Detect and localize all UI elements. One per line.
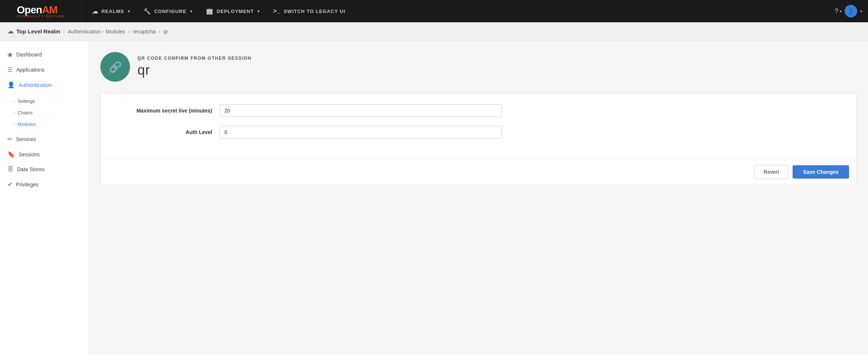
nav-realms-label: REALMS [101,9,124,14]
chevron-down-icon: ▾ [840,9,842,13]
chevron-down-icon: ▾ [258,9,260,13]
chevron-right-icon: › [13,111,14,115]
breadcrumb-qr: qr [163,29,168,35]
logo-sub: COMMUNITY EDITION [17,14,64,18]
main-layout: ◉ Dashboard ☰ Applications 👤 Authenticat… [0,41,868,355]
breadcrumb-auth-modules[interactable]: Authentication - Modules [68,29,125,35]
deployment-icon: 🏢 [206,8,214,15]
sidebar-dashboard-label: Dashboard [16,52,42,58]
logo-am: AM [42,4,58,16]
auth-level-input[interactable] [220,126,502,139]
cloud-icon: ☁ [7,28,13,35]
module-icon: 🔗 [100,52,130,82]
sidebar-item-authentication[interactable]: 👤 Authentication [0,77,89,92]
sidebar: ◉ Dashboard ☰ Applications 👤 Authenticat… [0,41,89,355]
cloud-icon: ☁ [92,8,98,15]
chevron-right-icon: › [13,99,14,103]
nav-realms[interactable]: ☁ REALMS ▾ [85,0,137,22]
revert-button[interactable]: Revert [754,165,788,179]
sidebar-privileges-label: Privileges [16,182,39,188]
chevron-down-icon: ▾ [128,9,130,13]
sidebar-item-datastores[interactable]: 🗄 Data Stores [0,162,89,177]
sidebar-chains-label: Chains [17,110,32,115]
main-content: 🔗 QR CODE CONFIRM FROM OTHER SESSION qr … [89,41,868,355]
logo-open: Open [17,4,42,16]
sidebar-datastores-label: Data Stores [17,166,45,172]
realm-name: Top Level Realm [16,28,60,35]
realm-label: ☁ Top Level Realm [7,28,60,35]
breadcrumb-separator: › [128,29,130,35]
chevron-down-icon: ▾ [860,9,862,13]
authentication-icon: 👤 [7,81,15,88]
sidebar-item-chains[interactable]: › Chains [0,107,89,118]
sidebar-item-modules[interactable]: › Modules [0,118,89,130]
save-changes-button[interactable]: Save Changes [793,165,849,179]
applications-icon: ☰ [7,66,13,73]
logo: OpenAM COMMUNITY EDITION [0,0,82,22]
nav-right: ? ▾ 👤 ▾ [835,5,868,17]
nav-legacy-label: SWITCH TO LEGACY UI [284,9,345,14]
sidebar-settings-label: Settings [17,98,35,104]
user-icon: 👤 [847,8,855,15]
nav-configure-label: CONFIGURE [154,9,187,14]
sidebar-item-settings[interactable]: › Settings [0,95,89,107]
help-button[interactable]: ? ▾ [835,7,842,15]
max-secret-input[interactable] [220,104,502,117]
terminal-icon: >_ [273,8,281,14]
nav-configure[interactable]: 🔧 CONFIGURE ▾ [137,0,199,22]
privileges-icon: ✔ [7,181,12,188]
dashboard-icon: ◉ [7,51,13,58]
module-name: qr [137,62,252,78]
sidebar-item-services[interactable]: ✏ Services [0,131,89,147]
sidebar-applications-label: Applications [16,67,45,73]
breadcrumb-recaptcha[interactable]: recaptcha [133,29,156,35]
form-card: Maximum secret live (minutes) Auth Level… [100,93,857,185]
sidebar-item-applications[interactable]: ☰ Applications [0,62,89,77]
module-title-area: QR CODE CONFIRM FROM OTHER SESSION qr [137,56,252,78]
breadcrumb: ☁ Top Level Realm › Authentication - Mod… [0,22,868,41]
auth-submenu: › Settings › Chains › Modules [0,92,89,131]
sidebar-item-privileges[interactable]: ✔ Privileges [0,177,89,192]
datastores-icon: 🗄 [7,166,13,173]
nav-deployment-label: DEPLOYMENT [217,9,254,14]
sidebar-item-sessions[interactable]: 🔖 Sessions [0,147,89,162]
sidebar-authentication-label: Authentication [19,82,52,88]
max-secret-label: Maximum secret live (minutes) [116,108,220,114]
nav-legacy-ui[interactable]: >_ SWITCH TO LEGACY UI [266,0,352,22]
sidebar-modules-label: Modules [17,121,36,127]
question-icon: ? [835,7,838,15]
sidebar-item-dashboard[interactable]: ◉ Dashboard [0,47,89,62]
top-navigation: OpenAM COMMUNITY EDITION ☁ REALMS ▾ 🔧 CO… [0,0,868,22]
module-header: 🔗 QR CODE CONFIRM FROM OTHER SESSION qr [100,52,857,82]
services-icon: ✏ [7,136,12,143]
nav-items: ☁ REALMS ▾ 🔧 CONFIGURE ▾ 🏢 DEPLOYMENT ▾ … [82,0,835,22]
chevron-right-icon: › [13,122,14,126]
user-avatar[interactable]: 👤 [845,5,857,17]
auth-level-label: Auth Level [116,129,220,135]
wrench-icon: 🔧 [143,8,151,15]
chevron-down-icon: ▾ [190,9,192,13]
nav-deployment[interactable]: 🏢 DEPLOYMENT ▾ [199,0,266,22]
breadcrumb-separator: › [63,29,65,35]
form-footer: Revert Save Changes [101,159,856,185]
sidebar-services-label: Services [16,136,36,142]
breadcrumb-separator: › [159,29,161,35]
form-body: Maximum secret live (minutes) Auth Level [101,93,856,159]
link-icon: 🔗 [109,61,122,73]
sessions-icon: 🔖 [7,151,15,158]
module-subtitle: QR CODE CONFIRM FROM OTHER SESSION [137,56,252,61]
form-row-max-secret: Maximum secret live (minutes) [116,104,842,117]
sidebar-sessions-label: Sessions [19,152,40,157]
form-row-auth-level: Auth Level [116,126,842,139]
